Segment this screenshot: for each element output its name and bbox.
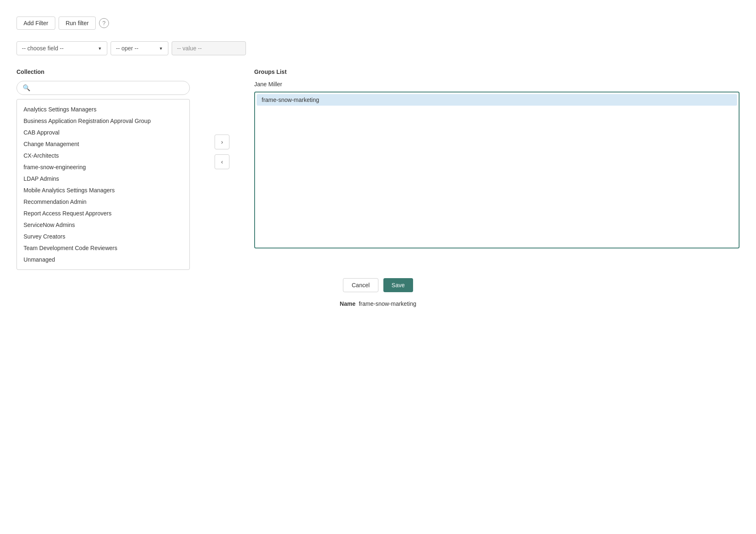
list-item[interactable]: ServiceNow Admins (17, 219, 189, 231)
toolbar: Add Filter Run filter ? (17, 17, 739, 30)
list-item[interactable]: frame-snow-engineering (17, 161, 189, 173)
search-icon: 🔍 (23, 84, 31, 92)
name-row: Name frame-snow-marketing (17, 300, 739, 307)
field-select-arrow: ▼ (98, 46, 102, 51)
list-item[interactable]: Unmanaged (17, 254, 189, 265)
value-input: -- value -- (172, 41, 246, 55)
move-right-icon: › (221, 139, 223, 145)
list-item[interactable]: Change Management (17, 138, 189, 150)
list-item[interactable]: Team Development Code Reviewers (17, 242, 189, 254)
name-label: Name (340, 300, 355, 307)
name-value: frame-snow-marketing (359, 300, 416, 307)
run-filter-button[interactable]: Run filter (59, 17, 96, 30)
groups-user: Jane Miller (254, 81, 739, 87)
groups-list: frame-snow-marketing (254, 92, 739, 248)
list-item[interactable]: Report Access Request Approvers (17, 208, 189, 219)
search-box[interactable]: 🔍 (17, 81, 190, 95)
collection-list: Analytics Settings ManagersBusiness Appl… (17, 99, 190, 270)
filter-row: -- choose field -- ▼ -- oper -- ▼ -- val… (17, 41, 739, 55)
list-item[interactable]: Analytics Settings Managers (17, 104, 189, 115)
groups-section: Groups List Jane Miller frame-snow-marke… (254, 69, 739, 248)
add-filter-button[interactable]: Add Filter (17, 17, 55, 30)
move-right-button[interactable]: › (215, 135, 229, 149)
save-button[interactable]: Save (383, 278, 413, 292)
list-item[interactable]: Mobile Analytics Settings Managers (17, 184, 189, 196)
list-item[interactable]: frame-snow-marketing (257, 94, 737, 106)
collection-section: Collection 🔍 Analytics Settings Managers… (17, 69, 190, 270)
move-left-button[interactable]: ‹ (215, 154, 229, 169)
move-left-icon: ‹ (221, 158, 223, 165)
field-select-label: -- choose field -- (22, 45, 64, 52)
oper-select[interactable]: -- oper -- ▼ (111, 41, 168, 55)
cancel-button[interactable]: Cancel (343, 278, 378, 292)
help-icon: ? (99, 18, 109, 28)
groups-title: Groups List (254, 69, 739, 75)
list-item[interactable]: LDAP Admins (17, 173, 189, 184)
list-item[interactable]: CX-Architects (17, 150, 189, 161)
oper-select-label: -- oper -- (116, 45, 138, 52)
action-buttons: Cancel Save (17, 278, 739, 292)
middle-controls: › ‹ (215, 69, 229, 169)
list-item[interactable]: Survey Creators (17, 231, 189, 242)
field-select[interactable]: -- choose field -- ▼ (17, 41, 107, 55)
list-item[interactable]: Recommendation Admin (17, 196, 189, 208)
oper-select-arrow: ▼ (159, 46, 163, 51)
main-content: Collection 🔍 Analytics Settings Managers… (17, 69, 739, 270)
collection-title: Collection (17, 69, 190, 75)
list-item[interactable]: CAB Approval (17, 127, 189, 138)
list-item[interactable]: Business Application Registration Approv… (17, 115, 189, 127)
search-input[interactable] (34, 85, 184, 91)
